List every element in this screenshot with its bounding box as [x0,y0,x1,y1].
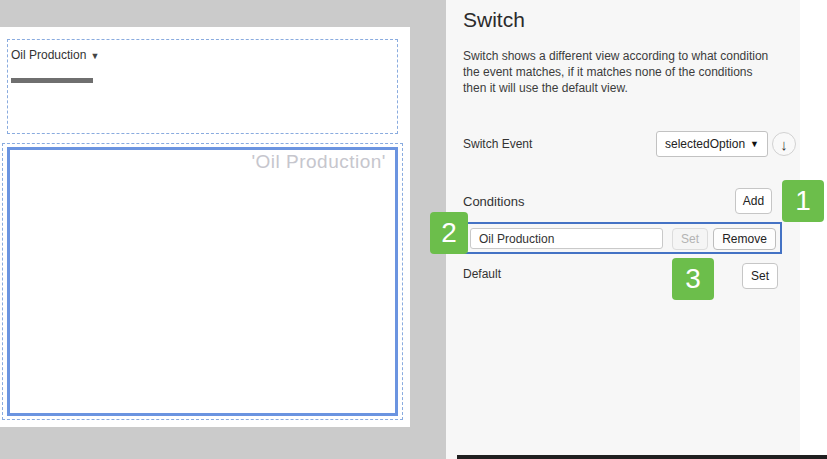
switch-event-select[interactable]: selectedOption ▼ [656,131,768,157]
add-condition-button[interactable]: Add [735,188,772,214]
bottom-taskbar-edge [457,455,827,459]
switch-config-screen: Oil Production▼ 'Oil Production' Switch … [0,0,827,459]
panel-right-margin [800,0,827,459]
dropdown-widget-label[interactable]: Oil Production▼ [11,48,99,62]
properties-panel: Switch Switch shows a different view acc… [446,0,827,459]
insert-event-button[interactable]: ↓ [772,132,796,156]
conditions-label: Conditions [463,194,524,209]
step-badge-2: 2 [430,212,468,254]
switch-view-placeholder: 'Oil Production' [251,151,386,173]
default-label: Default [463,267,501,281]
condition-set-button[interactable]: Set [672,228,708,250]
artboard: Oil Production▼ 'Oil Production' [0,27,410,427]
chevron-down-icon: ▼ [90,51,99,61]
down-arrow-icon: ↓ [780,136,788,153]
switch-event-label: Switch Event [463,137,532,151]
switch-widget-outline[interactable]: 'Oil Production' [2,143,403,420]
condition-remove-button[interactable]: Remove [713,228,776,250]
dropdown-active-underline [11,78,93,83]
condition-row: Set Remove [463,222,782,254]
switch-widget-selected-view[interactable]: 'Oil Production' [7,147,398,416]
panel-description: Switch shows a different view according … [463,48,779,96]
default-set-button[interactable]: Set [742,263,778,289]
condition-value-input[interactable] [470,228,663,249]
step-badge-3: 3 [672,258,714,300]
dropdown-widget-text: Oil Production [11,48,86,62]
editor-canvas: Oil Production▼ 'Oil Production' [0,0,446,459]
dropdown-widget[interactable]: Oil Production▼ [7,39,398,134]
select-caret-icon: ▼ [750,139,759,149]
switch-event-selected-value: selectedOption [665,137,745,151]
step-badge-1: 1 [782,180,824,222]
panel-title: Switch [463,8,525,32]
